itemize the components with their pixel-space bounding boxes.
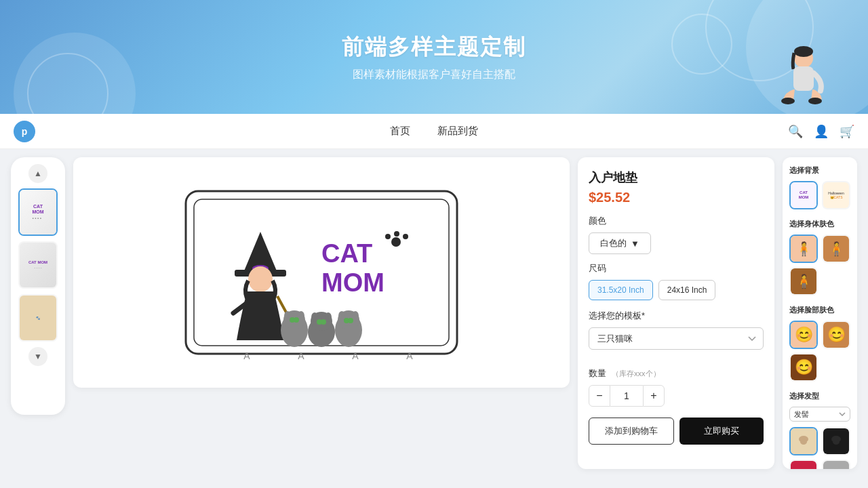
color-label: 颜色 [589,215,764,227]
svg-point-15 [391,237,401,247]
banner-subtitle: 图样素材能根据客户喜好自主搭配 [353,68,515,82]
bg-section-title: 选择背景 [789,165,850,176]
hair-color-0[interactable] [789,427,818,455]
svg-point-47 [831,468,841,469]
hair-color-options [789,427,850,469]
bg-option-1[interactable]: Halloween🐱CATS [822,181,850,209]
quantity-control: − + [589,385,764,407]
body-skin-0[interactable]: 🧍 [789,235,818,263]
svg-point-16 [385,234,391,239]
stock-note: （库存xxx个） [612,369,660,379]
user-icon[interactable]: 👤 [814,124,829,139]
banner-title: 前端多样主题定制 [342,33,526,62]
cart-icon[interactable]: 🛒 [840,124,854,139]
product-name: 入户地垫 [589,169,764,186]
hair-color-3[interactable] [822,460,850,469]
svg-point-4 [808,98,822,104]
template-select[interactable]: 三只猫咪 [589,327,764,350]
main-nav: 首页 新品到货 [390,125,478,138]
product-details-panel: 入户地垫 $25.52 颜色 白色的 ▼ 尺码 31.5x20 Inch 24x… [578,157,774,469]
decorative-figure [766,43,827,114]
svg-point-17 [394,231,399,237]
svg-point-42 [800,439,807,445]
thumbnail-1[interactable]: CAT MOM ▪ ▪ ▪ ▪ [18,188,58,236]
nav-home[interactable]: 首页 [390,125,410,138]
svg-text:A: A [352,350,359,361]
color-selector[interactable]: 白色的 ▼ [589,232,651,254]
hair-section-title: 选择发型 [789,391,850,401]
bg-option-0[interactable]: CATMOM [789,181,818,209]
navbar: p 首页 新品到货 🔍 👤 🛒 [0,114,868,149]
svg-rect-2 [793,66,814,91]
svg-text:A: A [406,350,413,361]
qty-increase[interactable]: + [643,385,665,407]
face-section-title: 选择脸部肤色 [789,305,850,315]
customization-panel: 选择背景 CATMOM Halloween🐱CATS [783,157,857,469]
add-to-cart-button[interactable]: 添加到购物车 [589,418,674,445]
template-label: 选择您的模板* [589,310,764,322]
search-icon[interactable]: 🔍 [788,124,803,139]
hero-banner: 前端多样主题定制 图样素材能根据客户喜好自主搭配 [0,0,868,114]
svg-point-30 [321,319,326,325]
hair-color-2[interactable] [789,460,818,469]
size-btn-0[interactable]: 31.5x20 Inch [589,280,653,300]
svg-point-10 [248,266,273,292]
product-price: $25.52 [589,190,764,205]
face-skin-1[interactable]: 😊 [822,321,850,349]
svg-point-44 [833,439,840,445]
body-options: 🧍 🧍 🧍 [789,235,850,296]
svg-text:MOM: MOM [321,268,384,297]
action-buttons: 添加到购物车 立即购买 [589,418,764,445]
svg-point-36 [348,318,353,323]
quantity-label: 数量 [589,367,606,380]
face-skin-0[interactable]: 😊 [789,321,818,349]
svg-point-1 [794,46,813,57]
thumb-scroll-up[interactable]: ▲ [28,164,47,183]
buy-now-button[interactable]: 立即购买 [679,418,764,445]
hair-style-select[interactable]: 发髻 短发 长发 [789,407,850,422]
qty-decrease[interactable]: − [589,385,610,407]
svg-point-27 [311,312,318,322]
face-options: 😊 😊 😊 [789,321,850,382]
bg-options: CATMOM Halloween🐱CATS [789,181,850,209]
color-dropdown-icon: ▼ [631,239,639,249]
navbar-icons: 🔍 👤 🛒 [788,124,854,139]
thumb-scroll-down[interactable]: ▼ [28,347,47,366]
svg-text:CAT: CAT [321,239,372,268]
hair-color-1[interactable] [822,427,850,455]
body-section-title: 选择身体肤色 [789,219,850,229]
thumbnail-sidebar: ▲ CAT MOM ▪ ▪ ▪ ▪ CAT MOM - - - - [11,157,65,415]
svg-point-24 [294,317,299,323]
svg-point-18 [403,234,408,239]
svg-point-28 [325,312,332,322]
nav-new[interactable]: 新品到货 [437,125,478,138]
face-skin-2[interactable]: 😊 [789,353,818,382]
thumbnail-2[interactable]: CAT MOM - - - - [18,241,58,289]
svg-text:A: A [243,350,250,361]
body-skin-2[interactable]: 🧍 [789,267,818,296]
size-label: 尺码 [589,262,764,274]
svg-point-33 [338,311,345,321]
product-image: CAT MOM [73,157,570,388]
svg-text:A: A [298,350,304,361]
body-skin-1[interactable]: 🧍 [822,235,850,263]
svg-point-34 [352,311,359,321]
svg-point-3 [781,98,795,104]
qty-input[interactable] [610,385,643,407]
size-btn-1[interactable]: 24x16 Inch [658,280,716,300]
logo[interactable]: p [14,121,35,142]
size-options: 31.5x20 Inch 24x16 Inch [589,280,764,300]
svg-point-45 [799,468,808,469]
thumbnail-3[interactable]: 🐾 [18,294,58,342]
